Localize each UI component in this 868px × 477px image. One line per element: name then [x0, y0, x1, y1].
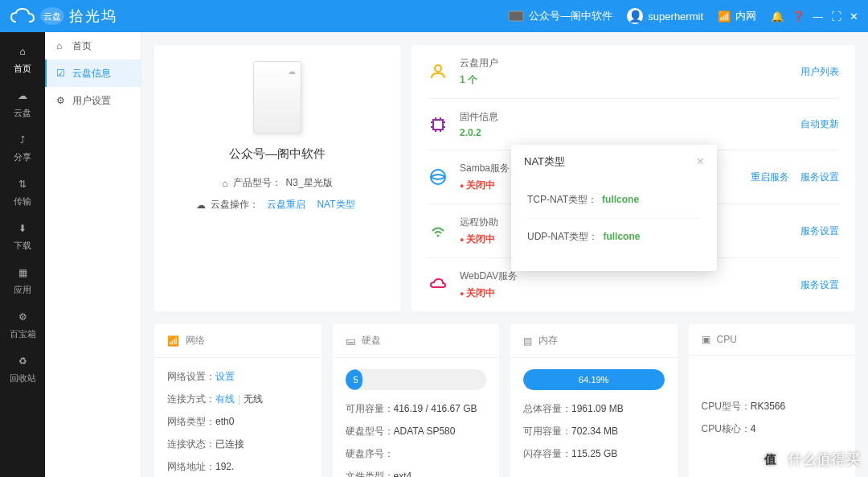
user-link[interactable]: 👤 superhermit — [627, 8, 703, 24]
side-list: ⌂ 首页 ☑ 云盘信息 ⚙ 用户设置 — [45, 32, 141, 477]
smb-restart-link[interactable]: 重启服务 — [751, 171, 789, 184]
cpu-core-k: CPU核心： — [702, 421, 751, 436]
watermark: 值 什么值得买 — [759, 448, 860, 471]
cpu-model-v: RK3566 — [751, 399, 842, 413]
udp-nat-value: fullcone — [603, 231, 640, 242]
disk-avail-k: 可用容量： — [346, 401, 394, 416]
network-link[interactable]: 📶 内网 — [718, 9, 756, 23]
cloud-icon: ☁ — [14, 88, 31, 104]
cloud-mini-icon: ☁ — [196, 199, 206, 211]
left-nav: ⌂ 首页 ☁ 云盘 ⤴ 分享 ⇅ 传输 ⬇ 下载 ▦ 应用 ⚙ 百宝箱 ♻ 回收… — [0, 32, 45, 477]
cloud-logo-icon — [10, 7, 35, 25]
side-usersetting-label: 用户设置 — [72, 94, 111, 108]
nav-home[interactable]: ⌂ 首页 — [0, 37, 45, 81]
op-nat-link[interactable]: NAT类型 — [317, 198, 354, 212]
disk-card: 🖴硬盘 5 可用容量：416.19 / 416.67 GB 硬盘型号：ADATA… — [333, 324, 500, 477]
minimize-button[interactable]: — — [813, 10, 823, 23]
cpu-title: CPU — [717, 334, 737, 345]
close-button[interactable]: ✕ — [850, 10, 858, 23]
download-icon: ⬇ — [14, 220, 31, 236]
home-small-icon: ⌂ — [56, 40, 68, 51]
nav-transfer-label: 传输 — [14, 195, 31, 208]
device-ops-line: ☁ 云盘操作： 云盘重启 NAT类型 — [196, 198, 358, 212]
net-conn-k: 连接方式： — [167, 392, 215, 406]
dav-settings-link[interactable]: 服务设置 — [800, 278, 839, 292]
user-list-link[interactable]: 用户列表 — [800, 65, 839, 79]
avatar-icon: 👤 — [627, 8, 643, 24]
webdav-icon — [428, 274, 448, 295]
nav-apps[interactable]: ▦ 应用 — [0, 258, 45, 302]
disk-avail-v: 416.19 / 416.67 GB — [394, 401, 487, 416]
net-set-k: 网络设置： — [167, 369, 215, 384]
disk-percent: 5 — [354, 375, 358, 384]
maximize-button[interactable]: ⛶ — [831, 10, 841, 23]
nav-download-label: 下载 — [14, 240, 31, 252]
net-label: 内网 — [735, 9, 756, 23]
net-title: 网络 — [186, 334, 205, 347]
net-settings-link[interactable]: 设置 — [215, 371, 235, 382]
watermark-badge-icon: 值 — [759, 448, 781, 471]
nat-modal: NAT类型 × TCP-NAT类型：fullcone UDP-NAT类型：ful… — [511, 145, 717, 271]
side-cloudinfo[interactable]: ☑ 云盘信息 — [45, 60, 141, 87]
device-card: 公众号—阁中软件 ⌂ 产品型号： N3_星光版 ☁ 云盘操作： 云盘重启 NAT… — [154, 45, 400, 311]
svg-point-3 — [431, 170, 445, 184]
disk-fs-k: 文件类型： — [346, 469, 394, 477]
op-restart-link[interactable]: 云盘重启 — [267, 198, 305, 212]
memory-icon: ▤ — [523, 335, 532, 347]
help-icon[interactable]: ❓ — [792, 10, 805, 23]
disk-icon: 🖴 — [346, 335, 355, 347]
tcp-nat-value: fullcone — [602, 194, 639, 205]
net-addr-v: 192. — [215, 459, 309, 474]
nav-share-label: 分享 — [14, 151, 31, 163]
device-link[interactable]: 公众号—阁中软件 — [508, 9, 612, 23]
net-stat-k: 连接状态： — [167, 437, 215, 451]
modal-close-button[interactable]: × — [697, 154, 704, 169]
info-user-title: 云盘用户 — [460, 56, 789, 70]
cpu-model-k: CPU型号： — [702, 399, 751, 413]
mem-title: 内存 — [538, 334, 558, 347]
info-fw-value: 2.0.2 — [460, 127, 789, 138]
svg-rect-0 — [509, 11, 523, 21]
udp-nat-label: UDP-NAT类型： — [527, 231, 598, 242]
net-wireless-label: 无线 — [244, 393, 263, 405]
nav-share[interactable]: ⤴ 分享 — [0, 125, 45, 170]
nav-download[interactable]: ⬇ 下载 — [0, 214, 45, 258]
memory-card: ▤内存 64.19% 总体容量：1961.09 MB 可用容量：702.34 M… — [510, 324, 678, 477]
logo: 云盘 拾光坞 — [10, 6, 117, 26]
bell-icon[interactable]: 🔔 — [771, 10, 784, 23]
smb-settings-link[interactable]: 服务设置 — [800, 171, 839, 184]
svg-point-1 — [435, 65, 441, 72]
side-home[interactable]: ⌂ 首页 — [45, 32, 141, 60]
svg-point-4 — [437, 235, 440, 237]
net-wired-link[interactable]: 有线 — [215, 393, 235, 405]
transfer-icon: ⇅ — [14, 176, 31, 192]
device-model-line: ⌂ 产品型号： N3_星光版 — [222, 176, 332, 190]
auto-update-link[interactable]: 自动更新 — [800, 117, 839, 131]
net-type-v: eth0 — [215, 414, 309, 429]
disk-progress: 5 — [346, 369, 487, 390]
nav-trash[interactable]: ♻ 回收站 — [0, 347, 45, 391]
model-value: N3_星光版 — [286, 176, 333, 190]
device-name: 公众号—阁中软件 — [229, 146, 326, 162]
net-type-k: 网络类型： — [167, 414, 215, 429]
apps-icon: ▦ — [14, 265, 31, 281]
nav-transfer[interactable]: ⇅ 传输 — [0, 170, 45, 214]
nav-toolbox[interactable]: ⚙ 百宝箱 — [0, 302, 45, 347]
network-icon: 📶 — [167, 335, 179, 347]
info-dav-value: 关闭中 — [460, 286, 789, 300]
server-icon — [508, 10, 524, 22]
nav-home-label: 首页 — [14, 63, 31, 75]
model-label: 产品型号： — [233, 176, 281, 190]
info-fw-title: 固件信息 — [460, 110, 789, 124]
disk-sn-v — [394, 446, 487, 461]
nav-cloud[interactable]: ☁ 云盘 — [0, 81, 45, 125]
disk-model-k: 硬盘型号： — [346, 424, 394, 438]
side-usersetting[interactable]: ⚙ 用户设置 — [45, 87, 141, 114]
remote-settings-link[interactable]: 服务设置 — [800, 224, 839, 238]
net-stat-v: 已连接 — [215, 437, 309, 451]
nav-toolbox-label: 百宝箱 — [10, 328, 36, 340]
mem-avail-k: 可用容量： — [523, 424, 571, 438]
main-area: 公众号—阁中软件 ⌂ 产品型号： N3_星光版 ☁ 云盘操作： 云盘重启 NAT… — [141, 32, 868, 477]
username: superhermit — [648, 10, 703, 23]
cpu-icon: ▣ — [702, 334, 710, 345]
